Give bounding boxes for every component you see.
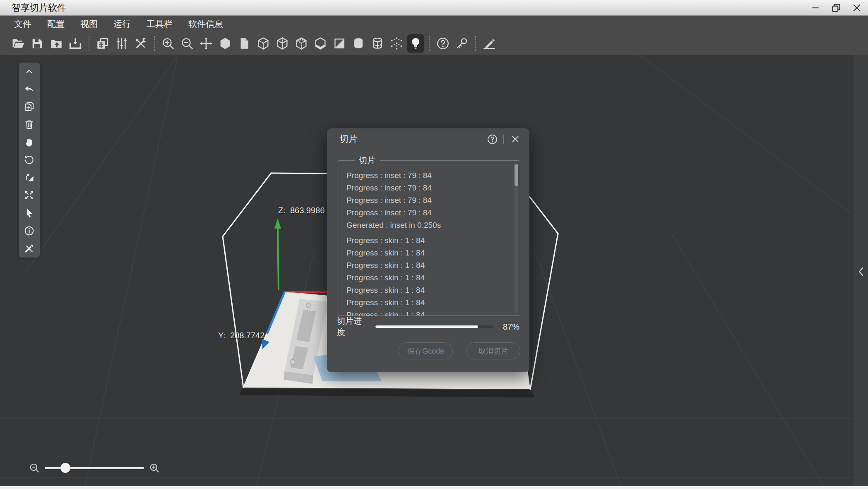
log-line: Progress : skin : 1 : 84 — [346, 247, 509, 259]
import-model-button[interactable] — [48, 34, 65, 53]
view-point-cloud-button[interactable] — [388, 34, 405, 53]
view-wireframe-button[interactable] — [255, 34, 272, 53]
app-title: 智享切片软件 — [12, 2, 66, 14]
zoom-slider-thumb[interactable] — [60, 463, 70, 473]
log-scrollbar-thumb[interactable] — [515, 164, 518, 186]
fit-view-button[interactable] — [19, 187, 40, 205]
restore-button[interactable] — [831, 2, 842, 13]
slice-dialog-help-button[interactable] — [486, 133, 498, 145]
zoom-out-magnifier-icon[interactable] — [29, 463, 40, 473]
menu-item-file[interactable]: 文件 — [12, 17, 34, 31]
cancel-slice-button[interactable]: 取消切片 — [466, 342, 520, 359]
machine-tools-button[interactable] — [132, 34, 149, 53]
view-half-cube-button[interactable] — [331, 34, 348, 53]
select-button[interactable] — [19, 204, 40, 222]
delete-button[interactable] — [19, 116, 40, 133]
log-line: Progress : skin : 1 : 84 — [346, 284, 509, 296]
add-copy-icon — [24, 101, 35, 112]
menu-item-about[interactable]: 软件信息 — [186, 17, 226, 31]
y-axis-label: Y: 208.7742 — [218, 331, 264, 340]
view-cylinder-wire-button[interactable] — [369, 34, 386, 53]
menu-item-view[interactable]: 视图 — [78, 17, 100, 31]
collapse-panel-button[interactable] — [19, 63, 40, 80]
header-separator — [503, 135, 504, 144]
menu-item-config[interactable]: 配置 — [45, 17, 67, 31]
view-sheet-button[interactable] — [236, 34, 252, 53]
move-model-button[interactable] — [198, 34, 214, 53]
zoom-slider[interactable] — [45, 467, 144, 469]
minimize-button[interactable] — [810, 2, 821, 13]
light-toggle-button[interactable] — [407, 34, 424, 53]
z-axis-green — [278, 227, 279, 290]
slice-log-list[interactable]: Progress : inset : 79 : 84Progress : ins… — [337, 161, 520, 316]
slice-progress-bar — [375, 325, 493, 328]
zoom-in-magnifier-icon[interactable] — [149, 463, 160, 473]
zoom-out-magnifier-icon — [180, 36, 194, 51]
log-scrollbar[interactable] — [515, 163, 518, 313]
menu-item-run[interactable]: 运行 — [111, 17, 133, 31]
license-key-button[interactable] — [454, 34, 470, 53]
chevron-left-icon — [858, 267, 864, 276]
z-axis-label: Z: 863.9986 — [278, 206, 325, 215]
slice-progress-row: 切片进度 87% — [337, 321, 519, 332]
right-panel-toggle[interactable] — [854, 264, 868, 279]
help-button[interactable] — [435, 34, 451, 53]
close-icon — [511, 135, 519, 143]
add-copy-button[interactable] — [19, 98, 40, 116]
import-model-icon — [49, 36, 63, 51]
undo-button[interactable] — [19, 80, 40, 98]
mirror-button[interactable] — [19, 169, 40, 187]
log-line: Progress : inset : 79 : 84 — [346, 182, 509, 194]
slice-dialog: 切片 切片 Progress : inset : 79 : 84Progress… — [327, 128, 529, 372]
zoom-in-button[interactable] — [160, 34, 176, 53]
minimize-icon — [810, 2, 821, 13]
open-file-button[interactable] — [10, 34, 26, 53]
view-cylinder-wire-icon — [370, 36, 385, 51]
toolbar-separator — [154, 36, 155, 51]
view-dashed-cube-button[interactable] — [274, 34, 291, 53]
slice-log-groupbox: 切片 Progress : inset : 79 : 84Progress : … — [337, 160, 520, 316]
bottom-status-strip — [0, 486, 868, 489]
view-open-box-button[interactable] — [312, 34, 329, 53]
app-window: 智享切片软件 文件 配置 视图 运行 工具栏 软件信息 — [0, 0, 868, 489]
fit-view-expand-icon — [24, 190, 35, 201]
plate-copy-button[interactable] — [94, 34, 111, 53]
view-dashed-cube-icon — [275, 36, 289, 51]
log-line: Progress : skin : 1 : 84 — [346, 296, 509, 309]
view-half-cube-icon — [332, 36, 346, 51]
toolbar-separator — [429, 36, 430, 51]
reset-rotation-icon — [24, 154, 35, 166]
view-dotted-cube-button[interactable] — [293, 34, 310, 53]
menu-item-toolbar[interactable]: 工具栏 — [144, 17, 175, 31]
log-line: Progress : inset : 79 : 84 — [346, 169, 509, 182]
reset-rotation-button[interactable] — [19, 151, 40, 169]
right-panel-strip — [854, 55, 868, 486]
view-wireframe-cube-icon — [256, 36, 270, 51]
view-solid-cube-icon — [218, 36, 232, 51]
pan-button[interactable] — [19, 133, 40, 151]
view-solid-button[interactable] — [217, 34, 233, 53]
print-settings-sliders-icon — [115, 36, 129, 51]
log-line: Progress : inset : 79 : 84 — [346, 207, 509, 219]
view-cylinder-button[interactable] — [350, 34, 367, 53]
slice-dialog-buttons: 保存Gcode 取消切片 — [327, 342, 529, 360]
close-window-button[interactable] — [851, 2, 862, 13]
save-gcode-button[interactable]: 保存Gcode — [399, 342, 453, 359]
left-tool-panel — [19, 63, 40, 258]
model-info-button[interactable] — [19, 222, 40, 240]
cut-knife-button[interactable] — [481, 34, 498, 53]
zoom-out-button[interactable] — [179, 34, 195, 53]
print-settings-button[interactable] — [113, 34, 130, 53]
export-gcode-button[interactable] — [67, 34, 84, 53]
slice-dialog-close-button[interactable] — [510, 133, 521, 145]
info-icon — [24, 225, 35, 236]
viewport-zoom-control — [29, 459, 160, 477]
toolbar-separator — [89, 36, 89, 51]
window-controls — [810, 0, 862, 16]
slice-dialog-header[interactable]: 切片 — [327, 128, 529, 150]
repair-tools-button[interactable] — [19, 240, 40, 258]
move-arrows-icon — [199, 36, 213, 51]
export-download-icon — [68, 36, 82, 51]
save-button[interactable] — [29, 34, 46, 53]
slice-progress-percent: 87% — [501, 322, 519, 332]
